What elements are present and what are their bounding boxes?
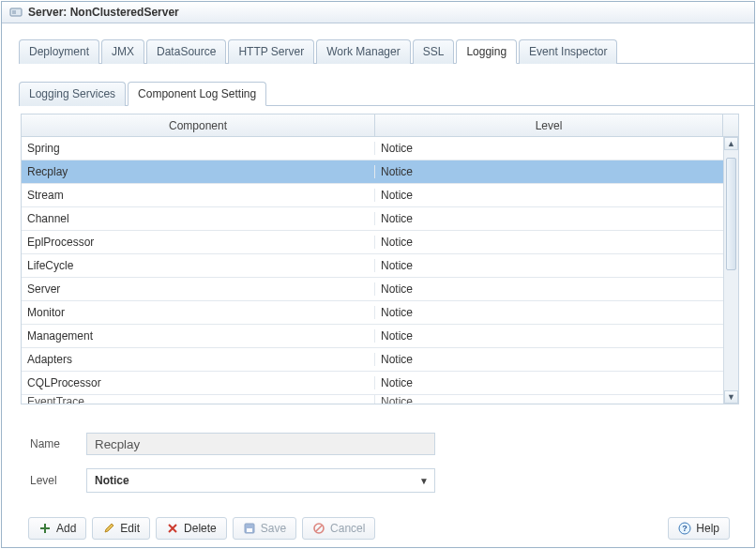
tab-http-server[interactable]: HTTP Server: [228, 39, 314, 64]
cell-level: Notice: [375, 282, 723, 296]
tab-content: Component Level SpringNoticeRecplayNotic…: [2, 106, 754, 547]
cell-component: CQLProcessor: [22, 376, 375, 389]
vertical-scrollbar[interactable]: ▲ ▼: [723, 137, 738, 404]
table-row[interactable]: SpringNotice: [22, 137, 723, 160]
table-row[interactable]: ServerNotice: [22, 278, 723, 301]
tab-jmx[interactable]: JMX: [101, 39, 144, 64]
subtab-component-log-setting[interactable]: Component Log Setting: [128, 82, 266, 106]
column-header-component[interactable]: Component: [22, 114, 375, 136]
window-titlebar: Server: NonClusteredServer: [2, 2, 754, 23]
table-row[interactable]: EventTraceNotice: [22, 395, 723, 404]
name-label: Name: [30, 437, 86, 450]
cell-level: Notice: [375, 259, 723, 272]
window-title: Server: NonClusteredServer: [28, 6, 179, 19]
cell-level: Notice: [375, 329, 723, 343]
column-header-scroll-spacer: [723, 114, 738, 136]
level-select[interactable]: Notice ▼: [86, 468, 435, 493]
cell-component: Management: [22, 329, 375, 343]
table-row[interactable]: ChannelNotice: [22, 207, 723, 231]
cancel-button: Cancel: [302, 517, 375, 540]
help-button-label: Help: [696, 522, 719, 535]
form-row-level: Level Notice ▼: [30, 468, 739, 493]
pencil-icon: [102, 522, 115, 535]
save-button: Save: [233, 517, 296, 540]
column-header-level[interactable]: Level: [375, 114, 723, 136]
table-row[interactable]: ManagementNotice: [22, 325, 723, 348]
sub-tabstrip: Logging ServicesComponent Log Setting: [19, 81, 754, 106]
table-row[interactable]: StreamNotice: [22, 184, 723, 207]
plus-icon: [38, 522, 52, 535]
form-row-name: Name: [30, 433, 739, 455]
table-row[interactable]: LifeCycleNotice: [22, 254, 723, 278]
cell-component: Recplay: [22, 165, 375, 178]
tab-logging[interactable]: Logging: [456, 39, 517, 64]
table-body: SpringNoticeRecplayNoticeStreamNoticeCha…: [22, 137, 738, 404]
cell-component: Server: [22, 282, 375, 296]
cell-level: Notice: [375, 376, 723, 389]
svg-rect-4: [247, 528, 252, 532]
scroll-down-arrow[interactable]: ▼: [724, 390, 738, 404]
scroll-thumb[interactable]: [726, 158, 736, 270]
table-header: Component Level: [22, 114, 738, 137]
server-config-window: Server: NonClusteredServer DeploymentJMX…: [1, 1, 755, 548]
button-bar: Add Edit Delete Save: [21, 517, 739, 540]
x-icon: [166, 522, 179, 535]
edit-button[interactable]: Edit: [92, 517, 150, 540]
chevron-down-icon: ▼: [419, 476, 429, 486]
table-row[interactable]: MonitorNotice: [22, 301, 723, 325]
cancel-button-label: Cancel: [330, 522, 365, 535]
tab-work-manager[interactable]: Work Manager: [316, 39, 410, 64]
level-select-value: Notice: [95, 474, 129, 487]
cell-level: Notice: [375, 165, 723, 178]
save-icon: [243, 522, 256, 535]
svg-line-6: [316, 526, 322, 531]
cell-component: Stream: [22, 189, 375, 202]
server-icon: [9, 6, 23, 19]
tab-ssl[interactable]: SSL: [413, 39, 455, 64]
cell-level: Notice: [375, 212, 723, 225]
cell-level: Notice: [375, 236, 723, 249]
component-log-table: Component Level SpringNoticeRecplayNotic…: [21, 114, 739, 404]
scroll-up-arrow[interactable]: ▲: [724, 137, 738, 150]
name-field[interactable]: [86, 433, 435, 455]
tab-event-inspector[interactable]: Event Inspector: [519, 39, 617, 64]
main-tabstrip: DeploymentJMXDataSourceHTTP ServerWork M…: [19, 38, 754, 64]
table-row[interactable]: CQLProcessorNotice: [22, 372, 723, 395]
add-button-label: Add: [56, 522, 76, 535]
edit-form: Name Level Notice ▼: [30, 433, 739, 506]
cell-level: Notice: [375, 189, 723, 202]
add-button[interactable]: Add: [28, 517, 86, 540]
delete-button-label: Delete: [184, 522, 217, 535]
table-row[interactable]: RecplayNotice: [22, 160, 723, 184]
cell-component: Spring: [22, 142, 375, 155]
svg-rect-0: [10, 8, 22, 16]
cell-component: Adapters: [22, 353, 375, 366]
cell-level: Notice: [375, 395, 723, 404]
subtab-logging-services[interactable]: Logging Services: [19, 82, 126, 106]
cell-level: Notice: [375, 353, 723, 366]
cell-component: LifeCycle: [22, 259, 375, 272]
save-button-label: Save: [261, 522, 286, 535]
cell-level: Notice: [375, 142, 723, 155]
cell-component: Monitor: [22, 306, 375, 319]
tab-datasource[interactable]: DataSource: [146, 39, 226, 64]
svg-text:?: ?: [683, 524, 688, 533]
edit-button-label: Edit: [120, 522, 140, 535]
cell-component: EventTrace: [22, 395, 375, 404]
tab-deployment[interactable]: Deployment: [19, 39, 99, 64]
help-icon: ?: [678, 522, 691, 535]
cancel-icon: [312, 522, 325, 535]
help-button[interactable]: ? Help: [668, 517, 730, 540]
cell-level: Notice: [375, 306, 723, 319]
cell-component: Channel: [22, 212, 375, 225]
level-label: Level: [30, 474, 86, 487]
table-row[interactable]: EplProcessorNotice: [22, 231, 723, 254]
cell-component: EplProcessor: [22, 236, 375, 249]
table-row[interactable]: AdaptersNotice: [22, 348, 723, 372]
delete-button[interactable]: Delete: [156, 517, 227, 540]
